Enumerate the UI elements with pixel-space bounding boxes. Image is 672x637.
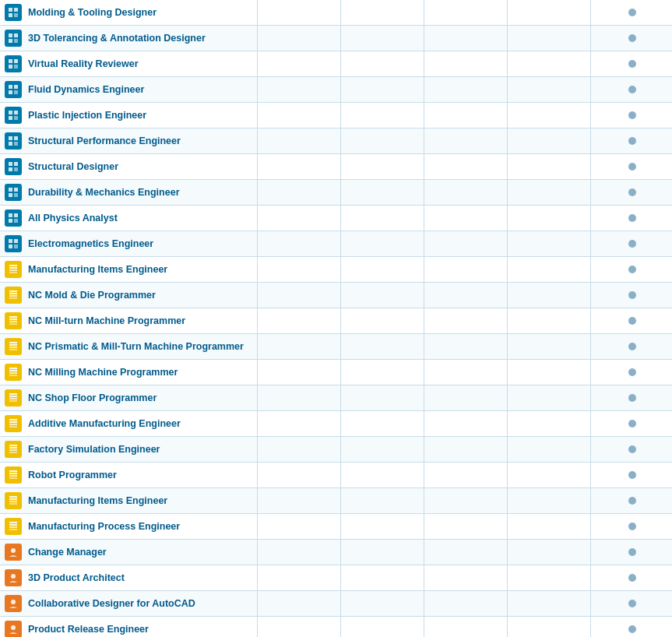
col-1-cell [257, 514, 340, 540]
table-row: Change Manager [0, 540, 672, 565]
svg-rect-30 [9, 193, 12, 197]
svg-rect-32 [9, 213, 12, 217]
svg-rect-58 [9, 375, 17, 376]
col-1-cell [257, 411, 340, 437]
role-name-cell: NC Milling Machine Programmer [0, 360, 257, 385]
svg-rect-36 [9, 239, 12, 243]
svg-point-87 [11, 625, 16, 630]
availability-dot [628, 343, 636, 350]
svg-rect-70 [9, 452, 17, 453]
col-5-cell [590, 231, 672, 257]
role-name-cell: Robot Programmer [0, 463, 257, 488]
svg-rect-31 [14, 193, 18, 197]
col-3-cell [424, 463, 507, 488]
role-label: Durability & Mechanics Engineer [28, 187, 180, 198]
role-name-cell: NC Mold & Die Programmer [0, 283, 257, 308]
svg-rect-29 [14, 188, 18, 192]
teal-role-icon [5, 132, 22, 150]
col-2-cell [340, 565, 424, 591]
col-4-cell [507, 463, 590, 488]
col-2-cell [340, 128, 424, 154]
table-row: NC Mold & Die Programmer [0, 283, 672, 308]
role-label: Electromagnetics Engineer [28, 238, 153, 249]
yellow-role-icon [5, 466, 22, 484]
svg-rect-13 [14, 85, 18, 89]
svg-rect-80 [9, 524, 17, 526]
svg-rect-38 [9, 245, 12, 248]
availability-dot [628, 574, 636, 582]
col-5-cell [590, 360, 672, 385]
yellow-role-icon [5, 415, 22, 432]
svg-rect-8 [9, 59, 12, 63]
col-5-cell [590, 385, 672, 411]
svg-rect-69 [9, 449, 17, 451]
svg-marker-63 [9, 393, 17, 395]
yellow-role-icon [5, 441, 22, 458]
orange-role-icon [5, 544, 22, 561]
availability-dot [628, 420, 636, 428]
role-name-cell: Electromagnetics Engineer [0, 231, 257, 257]
role-name-cell: Manufacturing Process Engineer [0, 514, 257, 540]
col-4-cell [507, 540, 590, 565]
col-2-cell [340, 360, 424, 385]
col-3-cell [424, 334, 507, 360]
col-2-cell [340, 308, 424, 334]
svg-marker-51 [9, 316, 17, 318]
col-4-cell [507, 308, 590, 334]
svg-rect-12 [9, 85, 12, 89]
table-row: 3D Tolerancing & Annotation Designer [0, 26, 672, 51]
col-2-cell [340, 0, 424, 26]
role-label: Fluid Dynamics Engineer [28, 84, 144, 95]
col-3-cell [424, 26, 507, 51]
svg-rect-7 [14, 39, 18, 43]
col-1-cell [257, 206, 340, 231]
col-4-cell [507, 51, 590, 77]
role-name-cell: 3D Tolerancing & Annotation Designer [0, 26, 257, 51]
col-5-cell [590, 257, 672, 283]
yellow-role-icon [5, 287, 22, 304]
role-label: All Physics Analyst [28, 213, 118, 223]
role-name-cell: Factory Simulation Engineer [0, 437, 257, 463]
col-4-cell [507, 103, 590, 128]
svg-rect-48 [9, 318, 17, 320]
svg-rect-72 [9, 473, 17, 474]
col-1-cell [257, 385, 340, 411]
role-label: NC Mill-turn Machine Programmer [28, 315, 185, 326]
col-3-cell [424, 488, 507, 514]
col-3-cell [424, 308, 507, 334]
col-1-cell [257, 283, 340, 308]
col-1-cell [257, 334, 340, 360]
col-4-cell [507, 257, 590, 283]
col-4-cell [507, 283, 590, 308]
svg-rect-78 [9, 503, 17, 505]
table-row: Structural Performance Engineer [0, 128, 672, 154]
col-4-cell [507, 617, 590, 638]
role-label: NC Prismatic & Mill-Turn Machine Program… [28, 341, 244, 352]
col-4-cell [507, 565, 590, 591]
svg-rect-68 [9, 447, 17, 449]
svg-rect-11 [14, 65, 18, 69]
col-3-cell [424, 540, 507, 565]
availability-dot [628, 188, 636, 196]
availability-dot [628, 317, 636, 325]
table-row: NC Mill-turn Machine Programmer [0, 308, 672, 334]
col-5-cell [590, 565, 672, 591]
role-label: Virtual Reality Reviewer [28, 58, 139, 69]
svg-rect-40 [9, 267, 17, 269]
role-name-cell: NC Mill-turn Machine Programmer [0, 308, 257, 334]
role-name-cell: Collaborative Designer for AutoCAD [0, 591, 257, 617]
col-5-cell [590, 591, 672, 617]
svg-rect-20 [9, 136, 12, 140]
col-2-cell [340, 206, 424, 231]
svg-rect-27 [14, 167, 18, 171]
col-4-cell [507, 411, 590, 437]
col-4-cell [507, 154, 590, 180]
role-name-cell: Structural Designer [0, 154, 257, 180]
svg-rect-4 [9, 33, 12, 37]
col-5-cell [590, 488, 672, 514]
col-3-cell [424, 154, 507, 180]
table-row: Structural Designer [0, 154, 672, 180]
yellow-role-icon [5, 518, 22, 535]
svg-rect-62 [9, 400, 17, 402]
svg-marker-59 [9, 368, 17, 369]
